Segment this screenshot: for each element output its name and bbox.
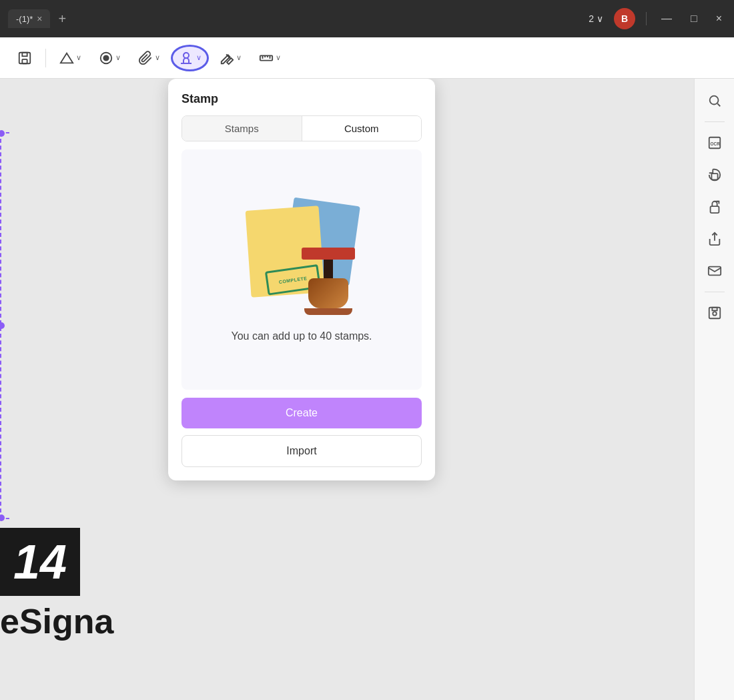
svg-rect-2: [22, 59, 27, 63]
email-sidebar-button[interactable]: [701, 257, 729, 285]
svg-rect-17: [710, 206, 719, 213]
page-text: eSigna: [0, 596, 153, 647]
ruler-icon: [259, 51, 274, 65]
ruler-chevron: ∨: [276, 53, 281, 62]
stamp-actions: Create Import: [181, 398, 422, 467]
svg-point-22: [713, 312, 717, 316]
user-avatar[interactable]: B: [614, 8, 635, 29]
title-bar: -(1)* × + 2 ∨ B — □ ×: [0, 0, 734, 37]
window-separator: [646, 12, 647, 25]
crop-chevron: ∨: [115, 53, 121, 62]
shape-chevron: ∨: [76, 53, 81, 62]
svg-marker-3: [61, 53, 73, 63]
minimize-button[interactable]: —: [657, 11, 676, 26]
lock-icon: [707, 200, 722, 214]
tab-stamps[interactable]: Stamps: [182, 116, 302, 141]
canvas-area: 14 eSigna Stamp Stamps Custom COMPLETE: [0, 79, 694, 700]
rotate-icon: [707, 167, 722, 182]
email-icon: [707, 264, 722, 278]
svg-point-5: [103, 55, 108, 60]
save-icon: [17, 51, 32, 65]
page-content: 14 eSigna: [0, 528, 153, 647]
sidebar-sep-2: [705, 292, 725, 292]
stamp-tool-button[interactable]: ∨: [171, 45, 209, 71]
search-icon: [707, 93, 722, 108]
svg-rect-16: [711, 173, 717, 180]
svg-line-13: [717, 103, 720, 106]
stamp-panel: Stamp Stamps Custom COMPLETE: [168, 79, 435, 480]
shape-tool-button[interactable]: ∨: [53, 45, 88, 71]
stamp-neck: [324, 260, 333, 278]
svg-point-6: [184, 53, 189, 58]
page-number: 14: [0, 528, 80, 596]
svg-rect-21: [709, 308, 720, 319]
attach-tool-button[interactable]: ∨: [131, 45, 167, 71]
svg-rect-23: [712, 308, 717, 311]
stamp-head: [302, 248, 355, 260]
svg-rect-0: [19, 52, 31, 63]
main-area: 14 eSigna Stamp Stamps Custom COMPLETE: [0, 79, 734, 700]
tab-count[interactable]: 2 ∨: [589, 13, 603, 24]
stamp-tabs: Stamps Custom: [181, 115, 422, 141]
import-stamp-button[interactable]: Import: [181, 435, 422, 467]
stamp-icon: [178, 50, 194, 66]
triangle-icon: [59, 51, 74, 65]
svg-point-12: [709, 96, 718, 105]
paperclip-icon: [138, 51, 153, 65]
save-disk-icon: [707, 306, 722, 320]
lock-sidebar-button[interactable]: [701, 193, 729, 221]
tab-custom[interactable]: Custom: [302, 116, 422, 141]
handle-top: [0, 130, 5, 137]
svg-rect-1: [22, 52, 27, 56]
toolbar-sep-1: [45, 49, 46, 67]
toolbar: ∨ ∨ ∨ ∨ ∨: [0, 37, 734, 79]
stamp-content-area: COMPLETE You can add up to 40 stamps.: [181, 149, 422, 390]
stamp-chevron: ∨: [196, 53, 202, 62]
ocr-icon: OCR: [707, 135, 722, 150]
stamp-illustration: COMPLETE: [242, 195, 362, 315]
pen-chevron: ∨: [236, 53, 242, 62]
right-sidebar: OCR: [694, 79, 734, 700]
selection-handle: [0, 132, 9, 519]
pen-icon: [220, 51, 234, 65]
handle-bottom: [0, 514, 5, 521]
share-icon: [707, 232, 722, 246]
svg-text:OCR: OCR: [710, 141, 720, 146]
search-sidebar-button[interactable]: [701, 87, 729, 115]
stamp-body: [308, 278, 348, 308]
crop-tool-button[interactable]: ∨: [92, 45, 127, 71]
close-tab-button[interactable]: ×: [37, 13, 42, 24]
create-stamp-button[interactable]: Create: [181, 398, 422, 428]
rubber-stamp: [302, 248, 355, 315]
stamp-description: You can add up to 40 stamps.: [231, 328, 372, 344]
share-sidebar-button[interactable]: [701, 225, 729, 253]
ocr-sidebar-button[interactable]: OCR: [701, 129, 729, 157]
stamp-panel-title: Stamp: [181, 92, 422, 106]
maximize-button[interactable]: □: [687, 11, 701, 26]
close-window-button[interactable]: ×: [712, 11, 726, 26]
save-toolbar-button[interactable]: [11, 45, 39, 71]
handle-mid: [0, 322, 5, 329]
save-sidebar-button[interactable]: [701, 299, 729, 327]
add-tab-button[interactable]: +: [54, 11, 70, 27]
tab-title: -(1)*: [16, 14, 33, 24]
sidebar-sep-1: [705, 121, 725, 122]
tab-area: -(1)* × +: [8, 9, 70, 28]
rotate-sidebar-button[interactable]: [701, 161, 729, 189]
title-bar-controls: 2 ∨ B — □ ×: [589, 8, 726, 29]
tab-active[interactable]: -(1)* ×: [8, 9, 50, 28]
ruler-tool-button[interactable]: ∨: [252, 45, 288, 71]
crop-icon: [99, 51, 113, 65]
attach-chevron: ∨: [155, 53, 160, 62]
pen-tool-button[interactable]: ∨: [213, 45, 248, 71]
stamp-base: [304, 308, 352, 315]
